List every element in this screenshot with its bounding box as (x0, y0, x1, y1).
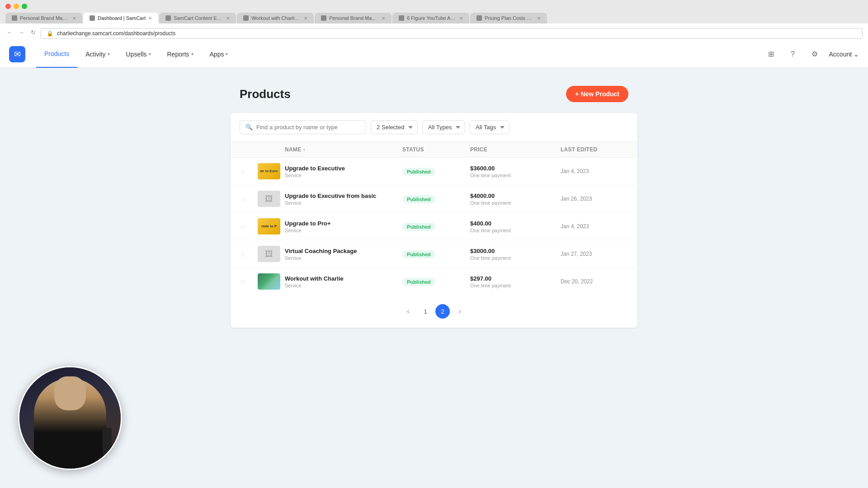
star-icon-2[interactable]: ☆ (240, 222, 258, 231)
traffic-green (22, 4, 27, 9)
table-header: Name ↑ Status Price Last edited (231, 142, 637, 158)
product-price-info-4: $297.00 One time payment (470, 275, 561, 288)
table-row[interactable]: ☆ 🖼 Upgrade to Executive from basic Serv… (231, 185, 637, 213)
grid-icon-btn[interactable]: ⊞ (764, 47, 778, 61)
traffic-yellow (14, 4, 19, 9)
tab-close-t2[interactable]: ✕ (148, 16, 152, 21)
col-star (240, 146, 258, 153)
browser-tab-t2[interactable]: Dashboard | SamCart ✕ (83, 13, 158, 23)
tab-favicon-t2 (90, 15, 95, 21)
nav-link-label-activity: Activity (85, 51, 105, 58)
browser-tab-t4[interactable]: Workout with Charlie | Charl... ✕ (237, 13, 314, 23)
product-thumb-gold: rade to P (258, 218, 280, 235)
pagination-page-1[interactable]: 1 (418, 304, 433, 319)
star-icon-0[interactable]: ☆ (240, 167, 258, 176)
tab-favicon-t6 (399, 15, 404, 21)
page-header: Products + New Product (231, 86, 637, 102)
nav-link-activity[interactable]: Activity▾ (77, 41, 118, 68)
product-name-3: Virtual Coaching Package (285, 248, 402, 254)
product-info-2: Upgrade to Pro+ Service (285, 220, 402, 233)
tab-close-t7[interactable]: ✕ (537, 16, 541, 21)
help-icon-btn[interactable]: ? (786, 47, 800, 61)
nav-link-apps[interactable]: Apps▾ (202, 41, 236, 68)
product-type-3: Service (285, 255, 402, 261)
product-status-0: Published (402, 167, 470, 176)
status-badge-2: Published (402, 223, 435, 231)
product-last-edited-0: Jan 4, 2023 (561, 168, 628, 174)
browser-tabs: Personal Brand Masterclass ✕ Dashboard |… (5, 13, 863, 23)
filters-row: 🔍 2 Selected All Types All Tags (231, 113, 637, 142)
pagination-prev[interactable]: ‹ (401, 304, 415, 319)
address-text[interactable]: charliechange.samcart.com/dashboards/pro… (57, 30, 175, 37)
product-thumb-gray: 🖼 (258, 246, 280, 262)
settings-icon-btn[interactable]: ⚙ (807, 47, 822, 61)
tab-close-t3[interactable]: ✕ (226, 16, 230, 21)
tab-favicon-t4 (243, 15, 249, 21)
col-name-header[interactable]: Name ↑ (285, 146, 402, 153)
nav-link-label-upsells: Upsells (126, 51, 147, 58)
table-row[interactable]: ☆ de to Exec Upgrade to Executive Servic… (231, 158, 637, 185)
product-price-info-2: $400.00 One time payment (470, 220, 561, 233)
app-logo[interactable]: ✉ (9, 46, 25, 62)
product-info-4: Workout with Charlie Service (285, 275, 402, 288)
product-price-info-1: $4000.00 One time payment (470, 192, 561, 206)
product-type-4: Service (285, 283, 402, 288)
pagination-page-2[interactable]: 2 (435, 304, 450, 319)
status-badge-3: Published (402, 250, 435, 258)
forward-button[interactable]: → (17, 28, 25, 36)
tab-close-t5[interactable]: ✕ (382, 16, 385, 21)
new-product-button[interactable]: + New Product (566, 86, 628, 102)
product-name-0: Upgrade to Executive (285, 165, 402, 172)
browser-tab-t6[interactable]: 6 Figure YouTube Academy | C... ✕ (392, 13, 469, 23)
status-badge-4: Published (402, 278, 435, 286)
tags-filter[interactable]: All Tags (470, 120, 509, 134)
product-name-1: Upgrade to Executive from basic (285, 192, 402, 199)
product-price-type-3: One time payment (470, 255, 561, 261)
types-filter[interactable]: All Types (422, 120, 465, 134)
search-icon: 🔍 (245, 124, 253, 131)
star-icon-4[interactable]: ☆ (240, 277, 258, 286)
star-icon-3[interactable]: ☆ (240, 250, 258, 258)
product-status-1: Published (402, 195, 470, 203)
nav-link-label-products: Products (44, 50, 69, 57)
product-name-4: Workout with Charlie (285, 275, 402, 282)
search-input[interactable] (256, 124, 360, 131)
nav-link-products[interactable]: Products (36, 41, 77, 68)
browser-tab-t1[interactable]: Personal Brand Masterclass ✕ (5, 13, 82, 23)
browser-tab-t7[interactable]: Pricing Plan Costs & Discount... ✕ (470, 13, 547, 23)
tab-close-t1[interactable]: ✕ (72, 16, 76, 21)
product-price-type-4: One time payment (470, 283, 561, 288)
browser-tab-t5[interactable]: Personal Brand Masterclass B... ✕ (315, 13, 392, 23)
back-button[interactable]: ← (5, 28, 14, 36)
tab-favicon-t5 (321, 15, 326, 21)
star-icon-1[interactable]: ☆ (240, 195, 258, 203)
pagination-next[interactable]: › (453, 304, 467, 319)
col-price-header: Price (470, 146, 561, 153)
product-type-2: Service (285, 228, 402, 233)
product-name-2: Upgrade to Pro+ (285, 220, 402, 227)
product-info-1: Upgrade to Executive from basic Service (285, 192, 402, 206)
product-thumb-gray: 🖼 (258, 191, 280, 207)
product-thumbnail-3: 🖼 (258, 246, 280, 262)
page-content: Products + New Product 🔍 2 Selected All … (0, 68, 868, 488)
nav-chevron-activity: ▾ (108, 52, 110, 56)
reload-button[interactable]: ↻ (29, 28, 37, 36)
nav-link-upsells[interactable]: Upsells▾ (118, 41, 159, 68)
tab-close-t4[interactable]: ✕ (304, 16, 307, 21)
traffic-red (5, 4, 11, 9)
table-row[interactable]: ☆ Workout with Charlie Service Published… (231, 268, 637, 295)
product-price-type-2: One time payment (470, 228, 561, 233)
browser-tab-t3[interactable]: SamCart Content Editor ✕ (159, 13, 236, 23)
product-status-2: Published (402, 222, 470, 231)
col-status-header: Status (402, 146, 470, 153)
name-sort-icon: ↑ (303, 147, 305, 152)
col-edited-header: Last edited (561, 146, 628, 153)
product-price-info-3: $3000.00 One time payment (470, 248, 561, 261)
table-row[interactable]: ☆ rade to P Upgrade to Pro+ Service Publ… (231, 213, 637, 240)
nav-link-reports[interactable]: Reports▾ (159, 41, 202, 68)
selected-filter[interactable]: 2 Selected (371, 120, 418, 134)
webcam-microphone (103, 428, 112, 455)
tab-close-t6[interactable]: ✕ (459, 16, 463, 21)
table-row[interactable]: ☆ 🖼 Virtual Coaching Package Service Pub… (231, 240, 637, 268)
account-menu[interactable]: Account ⌄ (829, 51, 859, 58)
